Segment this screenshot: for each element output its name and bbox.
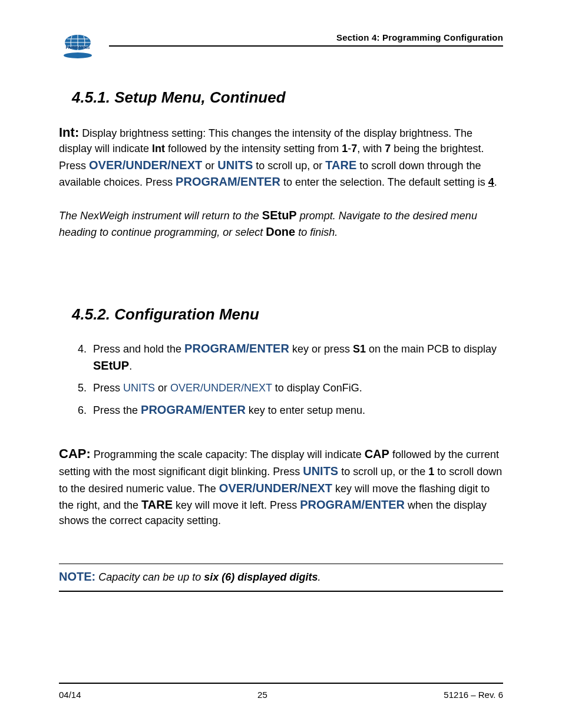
cmd-overundernext: OVER/UNDER/NEXT [89, 159, 202, 172]
cmd-program-enter: PROGRAM/ENTER [141, 403, 246, 416]
cmd-s1: S1 [353, 343, 366, 355]
text: Press [93, 382, 123, 394]
int-paragraph: Int: Display brightness setting: This ch… [59, 123, 503, 190]
fairbanks-logo: FAIRBANKS [59, 34, 97, 60]
page-footer: 04/14 25 51216 – Rev. 6 [59, 683, 503, 700]
text: key will move it left. Press [173, 499, 300, 511]
setup-label: SEtUP [93, 359, 129, 372]
cmd-units: UNITS [217, 159, 253, 172]
cap-label: CAP: [59, 446, 91, 461]
list-item: Press the PROGRAM/ENTER key to enter set… [90, 401, 503, 419]
page-content: 4.5.1. Setup Menu, Continued Int: Displa… [59, 62, 503, 592]
config-steps-list: Press and hold the PROGRAM/ENTER key or … [90, 340, 503, 419]
return-paragraph: The NexWeigh instrument will return to t… [59, 207, 503, 241]
section-title: Section 4: Programming Configuration [336, 32, 503, 42]
text: or [155, 382, 170, 394]
text: to display ConFiG. [272, 382, 362, 394]
text: 7 [385, 143, 391, 154]
cmd-program-enter: PROGRAM/ENTER [300, 498, 405, 511]
text: on the main PCB to display [366, 343, 497, 355]
header-rule [109, 45, 503, 47]
cap-display: CAP [365, 447, 389, 460]
cmd-units: UNITS [123, 382, 155, 394]
setup-prompt: SEtuP [262, 209, 297, 222]
list-item: Press UNITS or OVER/UNDER/NEXT to displa… [90, 380, 503, 396]
cmd-units: UNITS [303, 465, 338, 477]
done-prompt: Done [266, 225, 295, 238]
text: Programming the scale capacity: The disp… [91, 449, 365, 460]
footer-page: 25 [257, 690, 267, 700]
text: Int [152, 143, 165, 154]
text: followed by the intensity setting from [165, 143, 342, 154]
text: Press the [93, 404, 141, 416]
cmd-program-enter: PROGRAM/ENTER [184, 342, 289, 355]
text: Press and hold the [93, 343, 184, 355]
text: to finish. [295, 226, 338, 238]
footer-date: 04/14 [59, 690, 81, 700]
int-label: Int: [59, 125, 79, 140]
text: 1 [428, 466, 434, 477]
text: The NexWeigh instrument will return to t… [59, 210, 262, 222]
cmd-overundernext: OVER/UNDER/NEXT [219, 482, 332, 495]
cmd-tare: TARE [141, 498, 173, 511]
cmd-program-enter: PROGRAM/ENTER [176, 175, 280, 188]
text: . [318, 571, 320, 583]
text: key to enter setup menu. [246, 404, 365, 416]
text: or [202, 160, 217, 172]
footer-rule [59, 683, 503, 684]
text: key or press [289, 343, 353, 355]
text: to scroll up, or the [338, 466, 428, 477]
footer-rev: 51216 – Rev. 6 [444, 690, 503, 700]
text: to scroll up, or [253, 160, 325, 172]
note-label: NOTE: [59, 570, 95, 583]
page-header: Section 4: Programming Configuration FAI… [59, 32, 503, 62]
cmd-tare: TARE [325, 159, 356, 172]
text: , with [357, 143, 385, 154]
heading-4-5-2: 4.5.2. Configuration Menu [72, 305, 503, 324]
list-item: Press and hold the PROGRAM/ENTER key or … [90, 340, 503, 374]
svg-point-2 [64, 52, 92, 58]
default-value: 4 [488, 176, 494, 188]
cap-paragraph: CAP: Programming the scale capacity: The… [59, 444, 503, 528]
text: 1 [342, 143, 348, 154]
text: . [494, 176, 497, 188]
text: to enter the selection. The default sett… [280, 176, 488, 188]
text: 7 [351, 143, 357, 154]
text: six (6) displayed digits [204, 571, 318, 583]
heading-4-5-1: 4.5.1. Setup Menu, Continued [72, 88, 503, 107]
cmd-overundernext: OVER/UNDER/NEXT [170, 382, 272, 394]
text: . [129, 360, 132, 372]
text: Capacity can be up to [95, 571, 204, 583]
svg-text:FAIRBANKS: FAIRBANKS [66, 45, 90, 50]
note-block: NOTE: Capacity can be up to six (6) disp… [59, 564, 503, 592]
